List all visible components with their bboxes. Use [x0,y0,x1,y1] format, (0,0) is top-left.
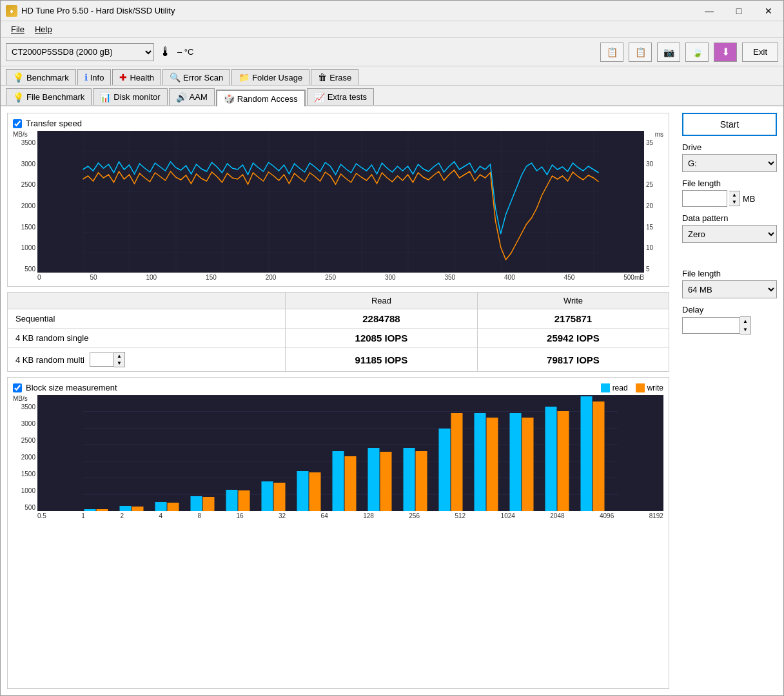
file-benchmark-icon: 💡 [13,92,24,102]
file-length-label: File length [682,179,777,188]
drive-dropdown[interactable]: G: [682,154,777,172]
random-single-write: 25942 IOPS [477,329,669,348]
svg-rect-12 [120,506,132,511]
write-header: Write [477,293,669,309]
start-button[interactable]: Start [682,113,777,136]
tab-info[interactable]: ℹ Info [77,69,112,85]
delay-input[interactable]: 0 [682,317,740,334]
block-size-checkbox[interactable] [13,383,22,392]
svg-rect-26 [368,448,380,511]
svg-rect-22 [297,471,309,511]
extra-tests-icon: 📈 [314,92,325,102]
svg-rect-37 [558,411,569,511]
read-header: Read [286,293,478,309]
close-button[interactable]: ✕ [754,1,783,21]
tab-health[interactable]: ✚ Health [112,69,161,85]
toolbar-btn-3[interactable]: 📷 [657,43,680,62]
random-single-label: 4 KB random single [8,329,286,348]
toolbar-btn-1[interactable]: 📋 [600,43,623,62]
sequential-row: Sequential 2284788 2175871 [8,309,669,329]
tab-aam[interactable]: 🔊 AAM [169,88,215,105]
delay-label: Delay [682,305,777,314]
sequential-label: Sequential [8,309,286,329]
random-access-icon: 🎲 [224,93,235,104]
svg-rect-16 [191,496,202,511]
svg-rect-25 [345,456,357,511]
svg-rect-34 [510,413,522,511]
svg-rect-27 [380,452,392,511]
svg-rect-30 [439,429,451,511]
tab-benchmark[interactable]: 💡 Benchmark [6,69,76,85]
tab-disk-monitor[interactable]: 📊 Disk monitor [93,88,167,105]
info-icon: ℹ [84,72,88,82]
random-single-row: 4 KB random single 12085 IOPS 25942 IOPS [8,329,669,348]
toolbar-download-btn[interactable]: ⬇ [714,43,737,62]
svg-rect-28 [404,448,415,511]
aam-icon: 🔊 [176,92,187,102]
svg-rect-36 [545,407,557,511]
file-length-dropdown2[interactable]: 64 MB [682,280,777,298]
block-size-chart [37,395,663,511]
multi-up[interactable]: ▲ [114,353,124,360]
maximize-button[interactable]: □ [724,1,754,21]
sequential-write: 2175871 [477,309,669,329]
random-multi-label: 4 KB random multi 32 ▲ ▼ [8,348,285,371]
svg-rect-15 [168,503,179,511]
transfer-speed-chart [37,131,644,273]
drive-select[interactable]: CT2000P5SSD8 (2000 gB) [6,43,154,61]
read-legend: read [601,383,628,392]
svg-rect-29 [416,451,427,511]
svg-rect-32 [475,413,486,511]
data-pattern-dropdown[interactable]: Zero [682,225,777,243]
y-label-mbs: MB/s [13,131,37,138]
random-single-read: 12085 IOPS [286,329,478,348]
random-multi-read: 91185 IOPS [286,348,478,372]
erase-icon: 🗑 [318,72,327,82]
exit-button[interactable]: Exit [742,43,778,62]
svg-rect-24 [333,451,344,511]
svg-rect-23 [309,472,321,511]
svg-rect-31 [451,413,463,511]
tab-error-scan[interactable]: 🔍 Error Scan [162,69,230,85]
minimize-button[interactable]: — [694,1,724,21]
svg-rect-17 [203,497,215,511]
tab-erase[interactable]: 🗑 Erase [311,69,358,85]
svg-rect-39 [593,401,605,511]
tab-folder-usage[interactable]: 📁 Folder Usage [231,69,309,85]
svg-rect-13 [132,507,144,511]
drive-label: Drive [682,142,777,152]
menu-help[interactable]: Help [30,23,57,35]
temperature-display: – °C [177,47,193,57]
delay-up[interactable]: ▲ [740,317,750,325]
file-length-label2: File length [682,269,777,278]
svg-rect-20 [262,481,273,511]
svg-rect-35 [522,418,534,511]
svg-rect-21 [274,483,286,511]
svg-rect-38 [581,396,593,511]
file-length-unit: MB [743,194,756,204]
delay-down[interactable]: ▼ [740,325,750,334]
app-icon: ♦ [6,5,17,17]
toolbar-btn-2[interactable]: 📋 [629,43,652,62]
tab-file-benchmark[interactable]: 💡 File Benchmark [6,88,92,105]
file-length-input[interactable]: 500 [682,190,727,207]
svg-rect-10 [84,509,96,511]
menu-file[interactable]: File [6,23,30,35]
benchmark-icon: 💡 [13,72,24,82]
transfer-speed-checkbox[interactable] [13,119,22,128]
multi-spinner[interactable]: 32 ▲ ▼ [90,352,125,367]
svg-rect-14 [155,502,167,511]
multi-value[interactable]: 32 [90,353,114,367]
write-legend: write [636,383,663,392]
file-length-down[interactable]: ▼ [729,198,740,206]
toolbar-btn-4[interactable]: 🍃 [685,43,709,62]
block-size-title: Block size measurement [26,383,117,392]
disk-monitor-icon: 📊 [100,92,111,102]
file-length-up[interactable]: ▲ [729,191,740,198]
sequential-read: 2284788 [286,309,478,329]
tab-random-access[interactable]: 🎲 Random Access [216,90,306,106]
health-icon: ✚ [119,72,127,82]
tab-extra-tests[interactable]: 📈 Extra tests [307,88,374,105]
stats-header-row: Read Write [8,293,669,309]
multi-down[interactable]: ▼ [114,360,124,367]
